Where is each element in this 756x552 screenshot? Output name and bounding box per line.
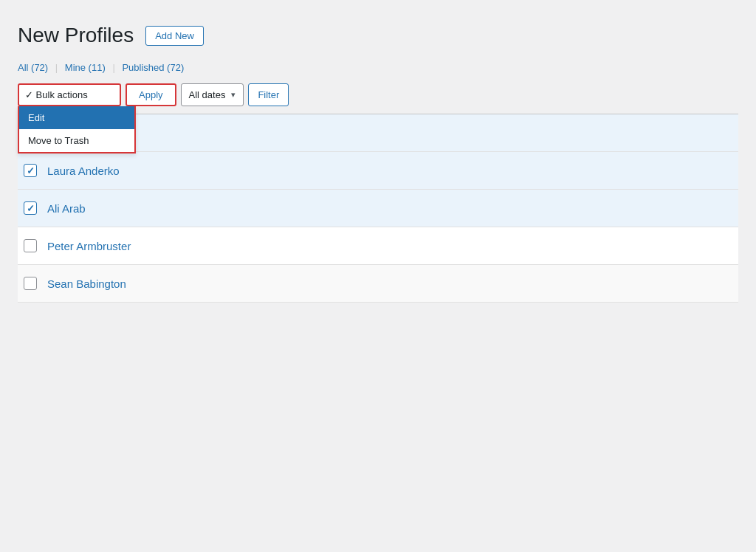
page-title: New Profiles — [18, 24, 134, 47]
separator-2: | — [112, 62, 114, 73]
table-row: Sean Babington — [18, 265, 738, 303]
dates-label: All dates — [189, 89, 226, 100]
page-header: New Profiles Add New — [18, 24, 738, 47]
bulk-actions-select[interactable]: ✓ Bulk actions — [18, 83, 121, 106]
table-row: Peter Armbruster — [18, 227, 738, 265]
row-checkbox[interactable] — [24, 201, 37, 215]
separator-1: | — [55, 62, 58, 73]
row-checkbox[interactable] — [24, 239, 37, 252]
table-row: Laura Anderko — [18, 152, 738, 190]
bulk-actions-dropdown: Edit Move to Trash — [18, 106, 136, 153]
profile-name[interactable]: Ali Arab — [47, 202, 86, 215]
row-checkbox[interactable] — [24, 277, 37, 290]
filter-mine[interactable]: Mine (11) — [65, 62, 106, 73]
dates-select[interactable]: All dates ▾ — [181, 83, 244, 106]
add-new-button[interactable]: Add New — [145, 26, 204, 46]
bulk-actions-label: ✓ Bulk actions — [25, 89, 88, 100]
toolbar: ✓ Bulk actions Edit Move to Trash Apply … — [18, 83, 738, 106]
filter-button[interactable]: Filter — [248, 83, 289, 106]
profile-name[interactable]: Peter Armbruster — [47, 240, 131, 252]
profile-name[interactable]: Laura Anderko — [47, 165, 120, 177]
bulk-actions-wrapper: ✓ Bulk actions Edit Move to Trash — [18, 83, 121, 106]
bulk-action-edit[interactable]: Edit — [19, 106, 134, 129]
filter-all[interactable]: All (72) — [18, 62, 48, 73]
chevron-down-icon: ▾ — [231, 90, 236, 100]
table-row: Ali Arab — [18, 190, 738, 227]
filter-links: All (72) | Mine (11) | Published (72) — [18, 62, 738, 73]
apply-button[interactable]: Apply — [126, 83, 176, 106]
row-checkbox[interactable] — [24, 164, 37, 177]
bulk-action-trash[interactable]: Move to Trash — [19, 129, 134, 152]
page-container: New Profiles Add New All (72) | Mine (11… — [18, 24, 738, 303]
profile-name[interactable]: Sean Babington — [47, 277, 126, 290]
filter-published[interactable]: Published (72) — [122, 62, 184, 73]
